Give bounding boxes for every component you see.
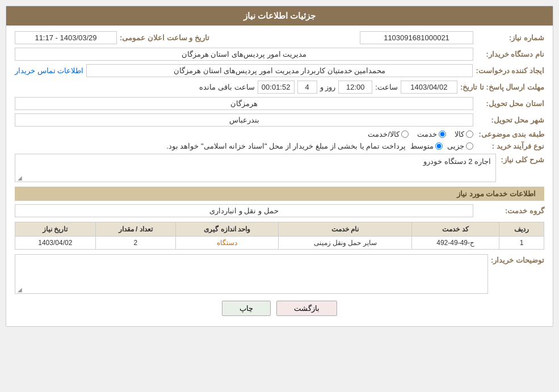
col-tarikh: تاریخ نیاز [15, 222, 96, 237]
shomara-niaz-value: 1103091681000021 [360, 31, 473, 44]
grohe-khadamat-label: گروه خدمت: [476, 206, 544, 215]
tabaqe-label: طبقه بندی موضوعی: [476, 130, 544, 138]
tosehat-value [15, 255, 487, 289]
tarikh-saaat-value: 1403/03/29 - 11:17 [15, 31, 117, 44]
mohlat-roz-label: روز و [320, 83, 336, 91]
col-tedad: تعداد / مقدار [95, 222, 175, 237]
shomara-niaz-label: شماره نیاز: [476, 33, 544, 42]
tabaqe-khadamat-label: خدمت [417, 130, 437, 138]
tosehat-label: توضیحات خریدار: [491, 254, 544, 264]
resize-handle-tosehat[interactable]: ◢ [16, 286, 22, 292]
ijad-konande-label: ایجاد کننده درخواست: [476, 66, 544, 75]
tarikh-saaat-label: تاریخ و ساعت اعلان عمومی: [120, 33, 209, 42]
tabaqe-khadamat-radio[interactable] [439, 130, 446, 138]
mohlat-saaat-label: ساعت: [375, 83, 398, 91]
name-dastgah-value: مدیریت امور پردیس‌های استان هرمزگان [15, 48, 473, 61]
tabaqe-kala-khadamat-label: کالا/خدمت [368, 130, 400, 138]
ittila-link[interactable]: اطلاعات تماس خریدار [15, 66, 83, 75]
cell-tedad: 2 [95, 237, 175, 250]
tabaqe-kala-khadamat-option[interactable]: کالا/خدمت [368, 130, 409, 138]
col-radif: ردیف [499, 222, 544, 237]
col-vahed: واحد اندازه گیری [175, 222, 278, 237]
noe-jozi-radio[interactable] [466, 142, 473, 150]
noe-jozi-option[interactable]: جزیی [447, 142, 473, 150]
resize-handle-sharh[interactable]: ◢ [16, 175, 22, 180]
cell-tarikh: 1403/04/02 [15, 237, 96, 250]
cell-kod: ح-49-49-492 [412, 237, 499, 250]
cell-radif: 1 [499, 237, 544, 250]
sharh-wrapper: اجاره 2 دستگاه خودرو ◢ [15, 154, 496, 182]
shahr-value: بندرعباس [15, 113, 473, 127]
mohlat-saaat-value: 12:00 [338, 81, 372, 94]
tabaqe-kala-khadamat-radio[interactable] [401, 130, 409, 138]
cell-name: سایر حمل ونقل زمینی [279, 237, 412, 250]
sharh-label: شرح کلی نیاز: [499, 154, 544, 164]
shahr-label: شهر محل تحویل: [476, 116, 544, 124]
tabaqe-kala-radio[interactable] [466, 130, 473, 138]
noe-motavasset-label: متوسط [410, 142, 434, 150]
page-title: جزئیات اطلاعات نیاز [243, 11, 316, 20]
name-dastgah-label: نام دستگاه خریدار: [476, 50, 544, 58]
print-button[interactable]: چاپ [222, 301, 271, 316]
noe-jozi-label: جزیی [447, 142, 464, 150]
tabaqe-kala-option[interactable]: کالا [455, 130, 473, 138]
cell-vahed: دستگاه [175, 237, 278, 250]
tabaqe-kala-label: کالا [455, 130, 464, 138]
services-table-section: ردیف کد خدمت نام خدمت واحد اندازه گیری ت… [15, 222, 544, 250]
tosehat-wrapper: ◢ [15, 254, 488, 294]
services-table: ردیف کد خدمت نام خدمت واحد اندازه گیری ت… [15, 222, 544, 250]
noe-motavasset-radio[interactable] [435, 142, 443, 150]
ijad-konande-value: محمدامین خدمتیان کاربردار مدیریت امور پر… [86, 64, 473, 77]
ostan-label: استان محل تحویل: [476, 99, 544, 108]
sharh-value: اجاره 2 دستگاه خودرو [15, 154, 495, 177]
mohlat-label: مهلت ارسال پاسخ: تا تاریخ: [460, 83, 544, 91]
back-button[interactable]: بازگشت [276, 301, 337, 316]
col-kod: کد خدمت [412, 222, 499, 237]
khadamat-section-header: اطلاعات خدمات مورد نیاز [15, 187, 544, 201]
button-row: بازگشت چاپ [15, 301, 544, 316]
page-header: جزئیات اطلاعات نیاز [6, 6, 553, 26]
grohe-khadamat-value: حمل و نقل و انبارداری [15, 204, 473, 217]
ostan-value: هرمزگان [15, 97, 473, 110]
tabaqe-radio-group: کالا خدمت کالا/خدمت [368, 130, 473, 138]
tabaqe-khadamat-option[interactable]: خدمت [417, 130, 446, 138]
noe-farayand-label: نوع فرآیند خرید : [476, 142, 544, 150]
mohlat-countdown: 00:01:52 [258, 81, 295, 94]
table-row: 1 ح-49-49-492 سایر حمل ونقل زمینی دستگاه… [15, 237, 544, 250]
noe-motavasset-option[interactable]: متوسط [410, 142, 443, 150]
mohlat-date: 1403/04/02 [401, 81, 457, 94]
mohlat-baqi-label: ساعت باقی مانده [199, 83, 254, 91]
mohlat-roz-value: 4 [297, 81, 317, 94]
col-name: نام خدمت [279, 222, 412, 237]
noe-farayand-text: پرداخت تمام یا بخشی از مبلغ خریدار از مح… [166, 142, 406, 150]
